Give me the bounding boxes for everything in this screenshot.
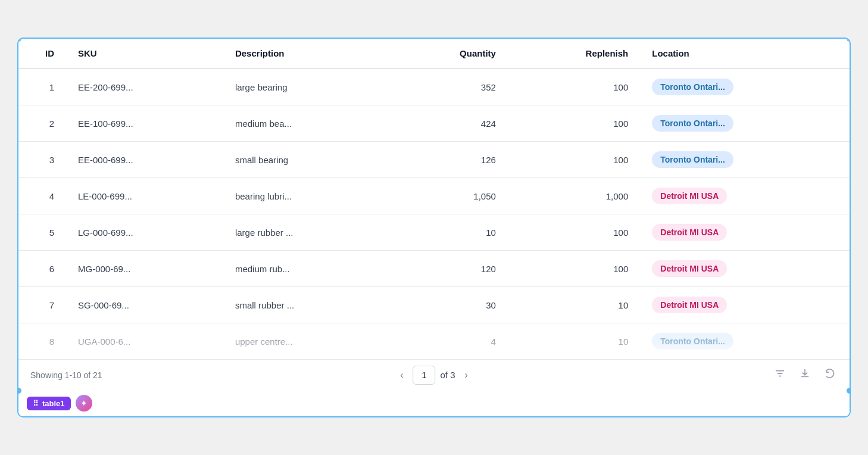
download-icon [800, 368, 810, 379]
cell-description: small rubber ... [223, 287, 388, 323]
cell-description: large rubber ... [223, 214, 388, 251]
cell-id: 6 [18, 251, 66, 287]
cell-id: 3 [18, 142, 66, 178]
cell-sku: MG-000-69... [66, 251, 223, 287]
cell-location: Detroit MI USA [640, 178, 850, 214]
magic-button[interactable]: ✦ [76, 395, 92, 412]
cell-id: 1 [18, 68, 66, 105]
page-number-input[interactable] [413, 366, 435, 385]
cell-sku: EE-000-699... [66, 142, 223, 178]
table-label-badge: ⠿ table1 [27, 397, 71, 410]
cell-description: medium bea... [223, 105, 388, 142]
location-badge: Detroit MI USA [652, 297, 727, 313]
pagination-controls: ‹ of 3 › [395, 366, 473, 385]
cell-replenish: 100 [508, 68, 640, 105]
reset-icon [825, 368, 835, 379]
cell-replenish: 100 [508, 142, 640, 178]
location-badge: Toronto Ontari... [652, 79, 733, 95]
table-row[interactable]: 8UGA-000-6...upper centre...410Toronto O… [18, 323, 850, 360]
cell-replenish: 1,000 [508, 178, 640, 214]
cell-quantity: 30 [388, 287, 508, 323]
cell-description: small bearing [223, 142, 388, 178]
location-badge: Toronto Ontari... [652, 151, 733, 168]
cell-sku: LG-000-699... [66, 214, 223, 251]
cell-location: Toronto Ontari... [640, 323, 850, 360]
reset-button[interactable] [822, 366, 838, 384]
table-footer: Showing 1-10 of 21 ‹ of 3 › [18, 359, 850, 390]
column-header-id: ID [18, 39, 66, 68]
column-header-description: Description [223, 39, 388, 68]
location-badge: Toronto Ontari... [652, 115, 733, 132]
cell-replenish: 100 [508, 251, 640, 287]
cell-replenish: 10 [508, 287, 640, 323]
bottom-bar: ⠿ table1 ✦ [18, 390, 850, 416]
cell-sku: LE-000-699... [66, 178, 223, 214]
cell-location: Toronto Ontari... [640, 105, 850, 142]
cell-quantity: 4 [388, 323, 508, 360]
cell-sku: SG-000-69... [66, 287, 223, 323]
cell-sku: UGA-000-6... [66, 323, 223, 360]
column-header-replenish: Replenish [508, 39, 640, 68]
table-row[interactable]: 7SG-000-69...small rubber ...3010Detroit… [18, 287, 850, 323]
cell-replenish: 100 [508, 105, 640, 142]
column-header-location: Location [640, 39, 850, 68]
table-row[interactable]: 2EE-100-699...medium bea...424100Toronto… [18, 105, 850, 142]
filter-icon [775, 368, 785, 379]
table-container: ID SKU Description Quantity Replenish Lo… [17, 38, 851, 417]
cell-location: Detroit MI USA [640, 287, 850, 323]
cell-quantity: 352 [388, 68, 508, 105]
cell-description: large bearing [223, 68, 388, 105]
location-badge: Detroit MI USA [652, 260, 727, 277]
total-pages-text: of 3 [440, 370, 455, 380]
cell-replenish: 10 [508, 323, 640, 360]
cell-id: 2 [18, 105, 66, 142]
location-badge: Toronto Ontari... [652, 333, 733, 350]
table-name-text: table1 [42, 399, 65, 408]
cell-quantity: 126 [388, 142, 508, 178]
cell-id: 7 [18, 287, 66, 323]
column-header-quantity: Quantity [388, 39, 508, 68]
table-row[interactable]: 1EE-200-699...large bearing352100Toronto… [18, 68, 850, 105]
cell-description: medium rub... [223, 251, 388, 287]
filter-button[interactable] [772, 366, 788, 384]
cell-description: upper centre... [223, 323, 388, 360]
table-header-row: ID SKU Description Quantity Replenish Lo… [18, 39, 850, 68]
download-button[interactable] [797, 366, 813, 384]
corner-handle-tr[interactable] [847, 38, 851, 42]
prev-page-button[interactable]: ‹ [395, 367, 408, 383]
cell-id: 5 [18, 214, 66, 251]
cell-sku: EE-200-699... [66, 68, 223, 105]
table-scroll-area: ID SKU Description Quantity Replenish Lo… [18, 39, 850, 359]
cell-quantity: 120 [388, 251, 508, 287]
location-badge: Detroit MI USA [652, 224, 727, 241]
table-row[interactable]: 5LG-000-699...large rubber ...10100Detro… [18, 214, 850, 251]
cell-id: 4 [18, 178, 66, 214]
footer-action-buttons [772, 366, 838, 384]
data-table: ID SKU Description Quantity Replenish Lo… [18, 39, 850, 359]
table-row[interactable]: 6MG-000-69...medium rub...120100Detroit … [18, 251, 850, 287]
column-header-sku: SKU [66, 39, 223, 68]
cell-sku: EE-100-699... [66, 105, 223, 142]
cell-location: Toronto Ontari... [640, 142, 850, 178]
cell-location: Detroit MI USA [640, 214, 850, 251]
table-row[interactable]: 4LE-000-699...bearing lubri...1,0501,000… [18, 178, 850, 214]
cell-quantity: 1,050 [388, 178, 508, 214]
table-grid-icon: ⠿ [33, 399, 39, 408]
location-badge: Detroit MI USA [652, 188, 727, 204]
next-page-button[interactable]: › [460, 367, 473, 383]
cell-replenish: 100 [508, 214, 640, 251]
cell-quantity: 424 [388, 105, 508, 142]
magic-icon: ✦ [80, 398, 88, 408]
cell-id: 8 [18, 323, 66, 360]
table-row[interactable]: 3EE-000-699...small bearing126100Toronto… [18, 142, 850, 178]
cell-location: Detroit MI USA [640, 251, 850, 287]
corner-handle-br[interactable] [847, 388, 851, 394]
cell-description: bearing lubri... [223, 178, 388, 214]
cell-location: Toronto Ontari... [640, 68, 850, 105]
cell-quantity: 10 [388, 214, 508, 251]
